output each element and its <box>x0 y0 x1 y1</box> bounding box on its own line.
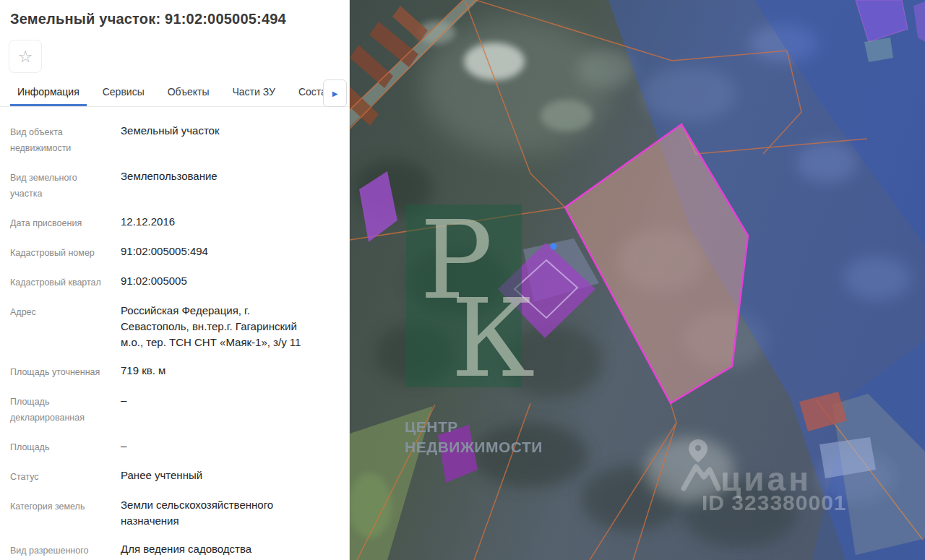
field-row-area: Площадь – <box>10 438 337 455</box>
field-row-cadastral-number: Кадастровый номер 91:02:005005:494 <box>10 244 337 261</box>
field-label: Статус <box>10 468 111 485</box>
field-row-permitted-use: Вид разрешенного использования Для веден… <box>10 541 337 560</box>
star-icon: ☆ <box>18 48 33 65</box>
field-value: Для ведения садоводства <box>121 541 251 560</box>
field-label: Дата присвоения <box>10 214 111 231</box>
field-value: – <box>121 392 126 426</box>
field-label: Площадь уточненная <box>10 363 111 380</box>
tab-objects[interactable]: Объекты <box>160 79 217 106</box>
field-label: Площадь <box>10 438 111 455</box>
field-value: 12.12.2016 <box>121 214 175 231</box>
field-value: Земли сельскохозяйственного назначения <box>121 497 316 529</box>
parcel-attributes-list: Вид объекта недвижимости Земельный участ… <box>0 107 349 560</box>
field-label: Вид объекта недвижимости <box>10 123 111 156</box>
field-label: Адрес <box>10 303 111 350</box>
field-row-parcel-kind: Вид земельного участка Землепользование <box>10 168 337 202</box>
watermark-id: ID 323380001 <box>702 491 847 514</box>
field-row-object-kind: Вид объекта недвижимости Земельный участ… <box>10 123 337 156</box>
chevron-right-icon: ▶ <box>332 90 338 98</box>
field-value: – <box>121 438 126 455</box>
point-marker-blue-dot <box>551 244 557 250</box>
field-label: Вид разрешенного использования <box>10 541 111 560</box>
building-footprint <box>864 38 893 62</box>
field-row-status: Статус Ранее учтенный <box>10 468 337 485</box>
field-row-assign-date: Дата присвоения 12.12.2016 <box>10 214 337 231</box>
field-label: Площадь декларированная <box>10 392 111 426</box>
field-label: Вид земельного участка <box>10 168 111 202</box>
field-row-area-declared: Площадь декларированная – <box>10 392 337 426</box>
field-row-cadastral-block: Кадастровый квартал 91:02:005005 <box>10 273 337 290</box>
cadastre-viewer-app: Земельный участок: 91:02:005005:494 ☆ Ин… <box>0 0 925 560</box>
field-row-address: Адрес Российская Федерация, г. Севастопо… <box>10 303 337 350</box>
watermark-text-line1: ЦЕНТР <box>405 418 458 435</box>
field-value: 91:02:005005 <box>121 273 187 290</box>
tab-services[interactable]: Сервисы <box>95 79 152 106</box>
field-row-land-category: Категория земель Земли сельскохозяйствен… <box>10 497 337 529</box>
field-label: Кадастровый квартал <box>10 273 111 290</box>
field-value: Землепользование <box>121 168 218 202</box>
field-value: Земельный участок <box>121 123 220 156</box>
field-value: Российская Федерация, г. Севастополь, вн… <box>121 303 316 350</box>
watermark-letter-k: К <box>451 275 535 401</box>
page-title: Земельный участок: 91:02:005005:494 <box>0 0 349 27</box>
watermark-text-line2: НЕДВИЖИМОСТИ <box>405 439 543 455</box>
field-row-area-refined: Площадь уточненная 719 кв. м <box>10 363 337 380</box>
field-label: Кадастровый номер <box>10 244 111 261</box>
tab-information[interactable]: Информация <box>10 79 87 106</box>
tabs-scroll-right-button[interactable]: ▶ <box>323 79 347 107</box>
tab-parcel-parts[interactable]: Части ЗУ <box>225 79 282 106</box>
parcel-info-panel: Земельный участок: 91:02:005005:494 ☆ Ин… <box>0 0 350 560</box>
field-label: Категория земель <box>10 497 111 529</box>
satellite-map[interactable]: Р К ЦЕНТР НЕДВИЖИМОСТИ циан ID 323380001 <box>350 0 925 560</box>
field-value: 91:02:005005:494 <box>121 244 208 261</box>
field-value: Ранее учтенный <box>121 468 202 485</box>
tab-bar: Информация Сервисы Объекты Части ЗУ Сост… <box>0 79 349 107</box>
favorite-button[interactable]: ☆ <box>9 40 42 73</box>
field-value: 719 кв. м <box>121 363 165 380</box>
